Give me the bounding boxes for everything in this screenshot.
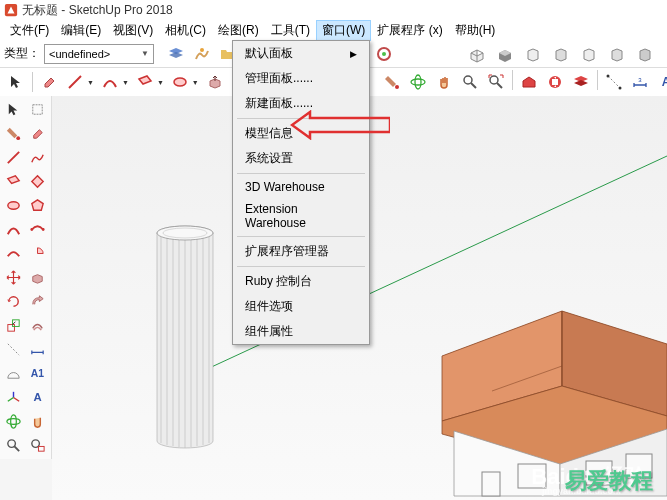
dd-preferences[interactable]: 系统设置 — [233, 146, 369, 171]
right-view-icon[interactable] — [549, 44, 573, 68]
rotated-rect-icon[interactable] — [26, 170, 49, 193]
zoom-icon[interactable] — [458, 70, 482, 94]
menu-edit[interactable]: 编辑(E) — [55, 20, 107, 41]
menu-extensions[interactable]: 扩展程序 (x) — [371, 20, 448, 41]
type-value: <undefined> — [49, 48, 110, 60]
move-red-icon[interactable] — [2, 266, 25, 289]
eraser-pink-icon[interactable] — [26, 122, 49, 145]
svg-point-20 — [8, 202, 19, 210]
iso-view-icon[interactable] — [465, 44, 489, 68]
eraser-icon[interactable] — [37, 70, 61, 94]
polygon-icon[interactable] — [26, 194, 49, 217]
zoom-window-icon[interactable] — [26, 434, 49, 457]
rectangle-icon[interactable] — [133, 70, 157, 94]
menu-help[interactable]: 帮助(H) — [449, 20, 502, 41]
svg-point-6 — [382, 52, 386, 56]
type-selector: 类型： <undefined> ▼ — [4, 44, 154, 64]
axes-color-icon[interactable] — [2, 386, 25, 409]
protractor-icon[interactable] — [2, 362, 25, 385]
svg-point-15 — [619, 87, 622, 90]
svg-text:3: 3 — [638, 77, 642, 83]
tape-icon[interactable] — [602, 70, 626, 94]
dimension-blue-icon[interactable] — [26, 338, 49, 361]
menu-window[interactable]: 窗口(W) — [316, 20, 371, 41]
dd-extension-manager[interactable]: 扩展程序管理器 — [233, 239, 369, 264]
svg-rect-31 — [38, 446, 44, 451]
smoove-icon[interactable] — [190, 42, 214, 66]
pie-icon[interactable] — [26, 242, 49, 265]
followme-icon[interactable] — [26, 290, 49, 313]
svg-point-11 — [464, 76, 472, 84]
menu-camera[interactable]: 相机(C) — [159, 20, 212, 41]
circle-red-icon[interactable] — [2, 194, 25, 217]
caret-icon: ▼ — [87, 79, 94, 86]
3pt-arc-icon[interactable] — [2, 242, 25, 265]
pan-icon[interactable] — [432, 70, 456, 94]
style-icon[interactable] — [372, 42, 396, 66]
svg-point-14 — [607, 75, 610, 78]
dd-3d-warehouse[interactable]: 3D Warehouse — [233, 176, 369, 198]
dd-extension-warehouse[interactable]: Extension Warehouse — [233, 198, 369, 234]
svg-point-27 — [7, 419, 20, 425]
layers-icon[interactable] — [164, 42, 188, 66]
menu-view[interactable]: 视图(V) — [107, 20, 159, 41]
offset-red-icon[interactable] — [26, 314, 49, 337]
circle-icon[interactable] — [168, 70, 192, 94]
orbit-green-icon[interactable] — [2, 410, 25, 433]
line-icon[interactable] — [63, 70, 87, 94]
svg-text:A1: A1 — [31, 368, 44, 379]
select-icon[interactable] — [4, 70, 28, 94]
scale-icon[interactable] — [2, 314, 25, 337]
menu-tools[interactable]: 工具(T) — [265, 20, 316, 41]
select-icon[interactable] — [2, 98, 25, 121]
text-blue-icon[interactable]: A1 — [26, 362, 49, 385]
tape-measure-icon[interactable] — [2, 338, 25, 361]
pushpull-red-icon[interactable] — [26, 266, 49, 289]
dimension-icon[interactable]: 3 — [628, 70, 652, 94]
menu-draw[interactable]: 绘图(R) — [212, 20, 265, 41]
top-view-icon[interactable] — [493, 44, 517, 68]
dropdown-arrow-icon: ▼ — [141, 49, 149, 58]
svg-text:A: A — [33, 391, 41, 403]
dd-component-options[interactable]: 组件选项 — [233, 294, 369, 319]
back-view-icon[interactable] — [577, 44, 601, 68]
rect-icon[interactable] — [2, 170, 25, 193]
zoom-gray-icon[interactable] — [2, 434, 25, 457]
window-menu-dropdown: 默认面板▶ 管理面板...... 新建面板...... 模型信息 系统设置 3D… — [232, 40, 370, 345]
type-label: 类型： — [4, 45, 40, 62]
paint-bucket-icon[interactable] — [2, 122, 25, 145]
orbit-icon[interactable] — [406, 70, 430, 94]
svg-rect-23 — [8, 325, 15, 332]
arc-icon[interactable] — [98, 70, 122, 94]
type-dropdown[interactable]: <undefined> ▼ — [44, 44, 154, 64]
line-red-icon[interactable] — [2, 146, 25, 169]
dd-separator — [237, 173, 365, 174]
rotate-icon[interactable] — [2, 290, 25, 313]
3dtext-icon[interactable]: A — [26, 386, 49, 409]
dd-ruby-console[interactable]: Ruby 控制台 — [233, 269, 369, 294]
toolbar-view-icons — [465, 44, 657, 68]
menu-file[interactable]: 文件(F) — [4, 20, 55, 41]
freehand-icon[interactable] — [26, 146, 49, 169]
dd-manage-panels[interactable]: 管理面板...... — [233, 66, 369, 91]
site-watermark: 易爱教程 — [565, 466, 653, 496]
paint-icon[interactable] — [380, 70, 404, 94]
extension-warehouse-icon[interactable] — [543, 70, 567, 94]
pushpull-icon[interactable] — [203, 70, 227, 94]
bottom-view-icon[interactable] — [633, 44, 657, 68]
dd-component-attributes[interactable]: 组件属性 — [233, 319, 369, 344]
dd-default-panel[interactable]: 默认面板▶ — [233, 41, 369, 66]
menubar: 文件(F) 编辑(E) 视图(V) 相机(C) 绘图(R) 工具(T) 窗口(W… — [0, 20, 667, 40]
zoom-extents-icon[interactable] — [484, 70, 508, 94]
svg-rect-50 — [482, 472, 500, 496]
pan-hand-icon[interactable] — [26, 410, 49, 433]
component-icon[interactable] — [26, 98, 49, 121]
front-view-icon[interactable] — [521, 44, 545, 68]
separator — [512, 70, 513, 90]
text-icon[interactable]: A — [654, 70, 667, 94]
2pt-arc-icon[interactable] — [26, 218, 49, 241]
layers-red-icon[interactable] — [569, 70, 593, 94]
arc-red-icon[interactable] — [2, 218, 25, 241]
warehouse-icon[interactable] — [517, 70, 541, 94]
left-view-icon[interactable] — [605, 44, 629, 68]
